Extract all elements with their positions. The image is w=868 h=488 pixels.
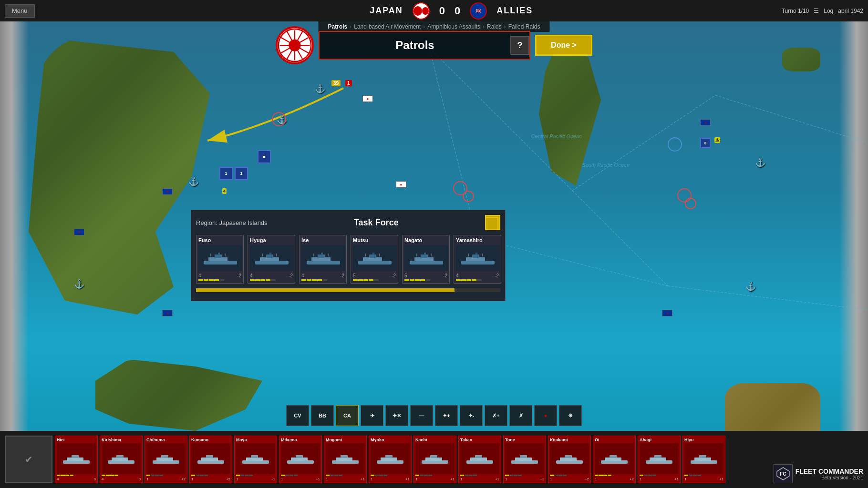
svg-rect-91 [520, 455, 527, 458]
filter-aircraft-x[interactable]: ✈✕ [385, 405, 408, 426]
bar-seg [420, 279, 425, 281]
unit-bar-seg [603, 475, 607, 476]
unit-card-mogami[interactable]: Mogami 1 +1 [324, 436, 367, 483]
filter-dash[interactable]: — [410, 405, 433, 426]
ship-icon-japan-main[interactable]: ⚓ [315, 83, 325, 94]
ship-rating: 4 [198, 273, 201, 278]
filter-cv[interactable]: CV [286, 405, 309, 426]
unit-blue-8[interactable]: 8 [700, 138, 711, 148]
bar-seg [404, 279, 409, 281]
ship-card-nagato[interactable]: Nagato 5 -2 [402, 235, 450, 284]
filter-plus1[interactable]: ✦+ [435, 405, 458, 426]
unit-card-kirishima[interactable]: Kirishima 4 0 [100, 436, 143, 483]
badge-39: 39 [331, 80, 341, 86]
svg-rect-47 [410, 261, 443, 264]
anchor-se-2[interactable]: ⚓ [745, 281, 756, 292]
unit-counter-blue-3[interactable]: ■ [258, 150, 271, 163]
unit-bar-seg [608, 475, 611, 476]
unit-card-oi[interactable]: Oi 1 +2 [593, 436, 636, 483]
anchor-se-1[interactable]: ⚓ [74, 279, 84, 289]
filter-plus2[interactable]: ✗+ [485, 405, 507, 426]
filter-bb[interactable]: BB [311, 405, 334, 426]
unit-card-kumano[interactable]: Kumano 1 +2 [189, 436, 232, 483]
ship-card-mutsu[interactable]: Mutsu 5 -2 [351, 235, 398, 284]
unit-card-myoko[interactable]: Myoko 1 +1 [369, 436, 412, 483]
unit-stats: 1 +1 [460, 477, 499, 481]
unit-image [595, 443, 634, 474]
unit-counter-blue-2[interactable]: 1 [235, 167, 248, 180]
help-button[interactable]: ? [510, 36, 529, 55]
unit-counter-blue-1[interactable]: 1 [219, 167, 233, 180]
unit-card-chihuma[interactable]: Chihuma 1 +2 [145, 436, 187, 483]
tf-scrollbar[interactable] [196, 288, 500, 292]
unit-card-ahagi[interactable]: Ahagi 1 +1 [638, 436, 681, 483]
filter-ca[interactable]: CA [336, 405, 359, 426]
ship-card-hyuga[interactable]: Hyuga 4 -2 [248, 235, 295, 284]
allies-score: 0 [455, 5, 460, 17]
filter-sun[interactable]: ☀ [559, 405, 582, 426]
svg-point-21 [289, 39, 300, 51]
bar-seg [219, 279, 224, 281]
svg-rect-94 [565, 455, 572, 458]
ship-image [456, 245, 500, 271]
unit-num: +2 [226, 477, 230, 481]
unit-name: Hiei [57, 437, 96, 442]
anchor-ne-1[interactable]: ⚓ [755, 157, 765, 168]
menu-button[interactable]: Menu [5, 4, 35, 18]
unit-rating: 1 [684, 477, 686, 481]
unit-card-takao[interactable]: Takao 1 +1 [458, 436, 501, 483]
unit-bar-seg [473, 475, 477, 476]
ship-card-fuso[interactable]: Fuso 4 -2 [196, 235, 244, 284]
unit-name: Hiyu [684, 437, 723, 442]
unit-card-tone[interactable]: Tone 1 +1 [503, 436, 546, 483]
unit-bar-seg [159, 475, 163, 476]
unit-bars [57, 475, 96, 476]
unit-card-maya[interactable]: Maya 1 +1 [234, 436, 277, 483]
unit-bar-seg [289, 475, 293, 476]
filter-red-circle[interactable]: ● [534, 405, 557, 426]
region-label-south-pacific: South Pacific Ocean [582, 162, 630, 168]
bottom-units-container: Hiei 4 0 Kirishima 4 0 Chihuma [55, 436, 863, 483]
bar-seg [415, 279, 420, 281]
unit-ship-svg [107, 452, 135, 466]
unit-bar-seg [420, 475, 424, 476]
bar-seg [374, 279, 379, 281]
tf-close-button[interactable]: ✕ [485, 215, 500, 230]
border-left [0, 0, 29, 488]
svg-rect-37 [318, 254, 325, 258]
unit-num: +1 [495, 477, 499, 481]
unit-card-mikuma[interactable]: Mikuma 1 +1 [279, 436, 322, 483]
ship-silhouette-svg [304, 249, 342, 268]
unit-bar-seg [648, 475, 652, 476]
ship-card-yamashiro[interactable]: Yamashiro 4 -2 [454, 235, 501, 284]
bar-seg [410, 279, 414, 281]
unit-card-nachi[interactable]: Nachi 1 +1 [413, 436, 456, 483]
unit-card-hiei[interactable]: Hiei 4 0 [55, 436, 98, 483]
ship-card-ise[interactable]: Ise 4 -2 [299, 235, 347, 284]
filter-minus1[interactable]: ✦- [460, 405, 483, 426]
unit-bar-seg [514, 475, 517, 476]
ship-rating: 4 [250, 273, 253, 278]
unit-bar-seg [693, 475, 697, 476]
filter-x[interactable]: ✗ [509, 405, 532, 426]
hamburger-icon: ☰ [814, 8, 819, 14]
unit-bar-seg [383, 475, 387, 476]
tf-scrollbar-thumb [196, 288, 455, 292]
done-button[interactable]: Done > [535, 35, 592, 56]
unit-bar-seg [204, 475, 208, 476]
ship-icon-2[interactable]: ⚓ [188, 176, 199, 187]
tf-region-label: Region: Japasene Islands [196, 219, 268, 226]
filter-aircraft[interactable]: ✈ [361, 405, 383, 426]
close-icon-bg [485, 217, 498, 230]
selected-unit-box: ✔ [5, 436, 52, 483]
unit-bar-seg [599, 475, 603, 476]
unit-card-kitakami[interactable]: Kitakami 1 +2 [548, 436, 591, 483]
svg-rect-86 [466, 460, 493, 464]
turn-label: Turno 1/10 [782, 8, 809, 14]
japan-flag-icon [413, 2, 430, 20]
log-button[interactable]: Log [824, 8, 833, 14]
unit-card-hiyu[interactable]: Hiyu 1 +1 [682, 436, 725, 483]
unit-bar-seg [518, 475, 522, 476]
land-asia [29, 38, 210, 315]
ship-bars [250, 279, 293, 281]
